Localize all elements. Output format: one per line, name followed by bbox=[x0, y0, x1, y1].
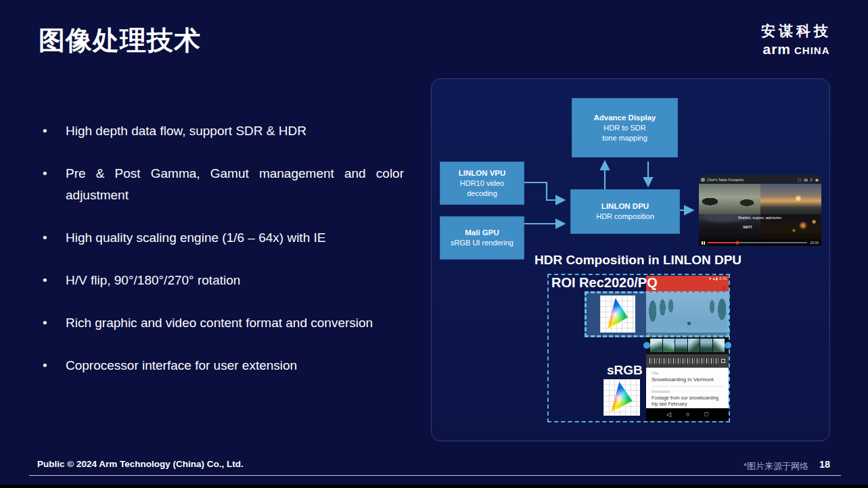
bottom-black-strip bbox=[0, 485, 868, 488]
box-linlon-dpu: LINLON DPU HDR composition bbox=[570, 189, 680, 234]
page-title: 图像处理技术 bbox=[39, 22, 201, 59]
box-linlon-vpu: LINLON VPU HDR10 video decoding bbox=[440, 162, 524, 205]
player-scene-grid bbox=[699, 184, 821, 239]
gamut-triangle bbox=[605, 297, 630, 330]
logo-english-name: arm CHINA bbox=[762, 41, 829, 57]
bullet-item: Rich graphic and video content format an… bbox=[39, 312, 404, 334]
arm-china-logo: 安谋科技 arm CHINA bbox=[761, 22, 831, 57]
player-title-bar: Chef's Table Firetache ▢ ▤ ≡ ◉ bbox=[699, 175, 821, 184]
arm-wordmark: arm bbox=[762, 41, 791, 57]
roi-rec2020-label: ROI Rec2020/PQ bbox=[551, 275, 658, 291]
player-progress-bar: 20:00 bbox=[699, 239, 821, 246]
box-advance-display: Advance Display HDR to SDR tone mapping bbox=[572, 98, 678, 157]
bullet-item: Coprocessor interface for user extension bbox=[39, 355, 404, 376]
player-title: Chef's Table Firetache bbox=[707, 178, 798, 182]
box-title: LINLON VPU bbox=[459, 168, 506, 178]
scene-street bbox=[699, 184, 760, 214]
pause-icon bbox=[702, 241, 705, 245]
srgb-label: sRGB bbox=[607, 363, 643, 378]
player-counter: 59/77 bbox=[743, 225, 752, 229]
footer-copyright: Public © 2024 Arm Technology (China) Co.… bbox=[37, 459, 244, 469]
box-line: HDR10 video bbox=[460, 178, 504, 189]
player-time: 20:00 bbox=[810, 241, 819, 245]
player-subtitle: Skaldot, supper, apleterter. bbox=[699, 216, 821, 220]
scene-sunset bbox=[760, 184, 822, 214]
player-logo-icon bbox=[701, 178, 705, 182]
box-mali-gpu: Mali GPU sRGB UI rendering bbox=[440, 216, 524, 260]
box-line: HDR composition bbox=[596, 212, 654, 222]
footer-divider-line bbox=[29, 475, 841, 476]
progress-track bbox=[708, 242, 807, 243]
bullet-item: Pre & Post Gamma, Gamut management and c… bbox=[39, 163, 404, 206]
box-title: Mali GPU bbox=[465, 228, 499, 238]
page-number: 18 bbox=[819, 459, 830, 470]
box-title: LINLON DPU bbox=[601, 201, 649, 212]
srgb-gamut-chart bbox=[603, 379, 640, 416]
feature-bullet-list: High depth data flow, support SDR & HDR … bbox=[39, 120, 404, 397]
gamut-triangle bbox=[608, 381, 635, 413]
video-player-screenshot: Chef's Table Firetache ▢ ▤ ≡ ◉ Skaldot, … bbox=[699, 175, 821, 246]
box-line: decoding bbox=[467, 189, 497, 199]
image-credit-note: *图片来源于网络 bbox=[744, 460, 808, 472]
bullet-item: H/V flip, 90°/180°/270° rotation bbox=[39, 270, 404, 291]
logo-chinese-name: 安谋科技 bbox=[761, 22, 831, 41]
bullet-item: High quality scaling engine (1/6 – 64x) … bbox=[39, 227, 404, 249]
rec2020-gamut-chart bbox=[600, 295, 635, 333]
box-line: tone mapping bbox=[602, 133, 647, 143]
box-line: sRGB UI rendering bbox=[451, 238, 513, 248]
diagram-caption: HDR Composition in LINLON DPU bbox=[526, 253, 750, 268]
logo-region: CHINA bbox=[794, 45, 830, 56]
player-toolbar-icons: ▢ ▤ ≡ ◉ bbox=[798, 177, 819, 182]
bullet-item: High depth data flow, support SDR & HDR bbox=[39, 120, 404, 142]
box-line: HDR to SDR bbox=[603, 123, 645, 133]
box-title: Advance Display bbox=[593, 113, 656, 123]
diagram-panel: Advance Display HDR to SDR tone mapping … bbox=[431, 78, 830, 441]
